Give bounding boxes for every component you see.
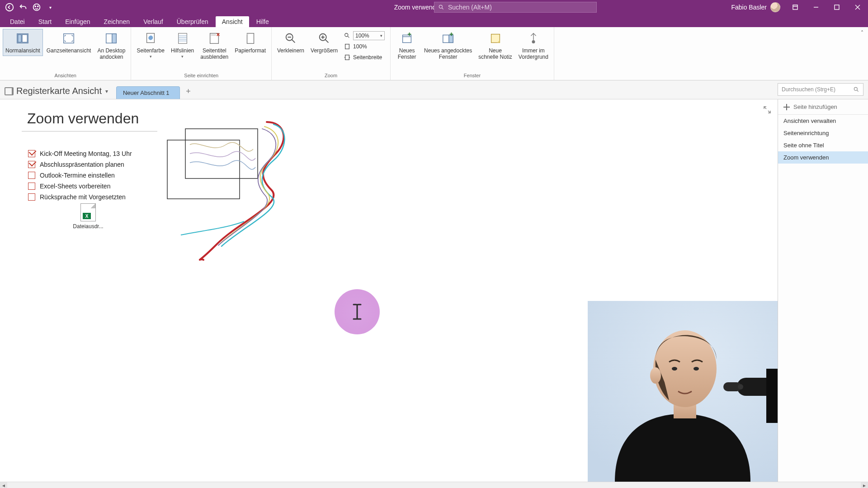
hilfslinien-button[interactable]: Hilfslinien ▾ bbox=[168, 29, 197, 61]
tab-datei[interactable]: Datei bbox=[4, 16, 31, 27]
notebook-picker[interactable]: Registerkarte Ansicht ▾ bbox=[5, 86, 108, 99]
neues-angedocktes-fenster-button[interactable]: Neues angedocktes Fenster bbox=[421, 29, 475, 62]
list-item[interactable]: Rücksprache mit Vorgesetzten bbox=[28, 192, 132, 202]
verkleinern-button[interactable]: Verkleinern bbox=[274, 29, 307, 56]
list-item[interactable]: Excel-Sheets vorbereiten bbox=[28, 181, 132, 192]
zoom-100-button[interactable]: 100% bbox=[344, 42, 385, 52]
page-list-item[interactable]: Seiteneinrichtung bbox=[778, 127, 868, 139]
scroll-left-button[interactable]: ◄ bbox=[0, 482, 7, 488]
normal-view-icon bbox=[15, 31, 30, 46]
minimize-button[interactable] bbox=[806, 0, 826, 14]
user-account[interactable]: Fabio Basler bbox=[726, 2, 785, 12]
page-color-icon bbox=[143, 31, 158, 46]
close-button[interactable] bbox=[847, 0, 868, 14]
tab-zeichnen[interactable]: Zeichnen bbox=[98, 16, 137, 27]
page-canvas[interactable]: Zoom verwenden Kick-Off Meeting Montag, … bbox=[0, 99, 778, 482]
papierformat-button[interactable]: Papierformat bbox=[232, 29, 269, 56]
svg-point-27 bbox=[854, 87, 857, 90]
list-item[interactable]: Kick-Off Meeting Montag, 13 Uhr bbox=[28, 148, 132, 159]
undo-button[interactable] bbox=[18, 2, 28, 12]
collapse-ribbon-button[interactable]: ˄ bbox=[861, 30, 863, 36]
search-placeholder: Suchen (Alt+M) bbox=[448, 4, 492, 11]
seitenfarbe-button[interactable]: Seitenfarbe ▾ bbox=[134, 29, 167, 61]
page-list-item[interactable]: Ansichten verwalten bbox=[778, 115, 868, 127]
page-search-box[interactable]: Durchsuchen (Strg+E) bbox=[778, 83, 863, 96]
search-icon bbox=[438, 4, 444, 10]
neues-fenster-button[interactable]: Neues Fenster bbox=[393, 29, 420, 62]
ganzseitenansicht-button[interactable]: Ganzseitenansicht bbox=[44, 29, 94, 56]
list-item[interactable]: Abschlusspräsentation planen bbox=[28, 159, 132, 170]
file-attachment[interactable]: X Dateiausdr... bbox=[68, 203, 108, 230]
notebook-name: Registerkarte Ansicht bbox=[16, 86, 102, 96]
svg-point-3 bbox=[38, 6, 38, 7]
normalansicht-button[interactable]: Normalansicht bbox=[3, 29, 43, 56]
expand-page-icon[interactable] bbox=[763, 106, 771, 114]
quick-access-toolbar: ▾ bbox=[0, 2, 60, 12]
svg-rect-30 bbox=[588, 301, 778, 482]
chevron-down-icon: ▾ bbox=[380, 33, 382, 38]
checkbox-icon[interactable] bbox=[28, 172, 35, 179]
an-desktop-andocken-button[interactable]: An Desktop andocken bbox=[94, 29, 128, 62]
checkbox-icon[interactable] bbox=[28, 150, 35, 157]
group-label-seite: Seite einrichten bbox=[184, 73, 218, 79]
checkbox-icon[interactable] bbox=[28, 161, 35, 168]
svg-rect-20 bbox=[345, 44, 349, 49]
checkbox-icon[interactable] bbox=[28, 183, 35, 190]
seitenbreite-button[interactable]: Seitenbreite bbox=[344, 52, 385, 62]
new-window-icon bbox=[399, 31, 415, 46]
title-bar: ▾ Zoom verwenden - OneNote Suchen (Alt+M… bbox=[0, 0, 868, 14]
hide-page-title-icon bbox=[207, 31, 222, 46]
horizontal-scrollbar[interactable]: ◄ ► bbox=[0, 482, 868, 488]
ribbon-display-options[interactable] bbox=[785, 0, 806, 14]
touch-mode-button[interactable] bbox=[32, 2, 42, 12]
checklist: Kick-Off Meeting Montag, 13 Uhr Abschlus… bbox=[28, 148, 132, 202]
svg-point-39 bbox=[738, 384, 743, 389]
svg-rect-22 bbox=[403, 35, 411, 43]
zoom-percent-combo[interactable]: 100% ▾ bbox=[353, 31, 385, 40]
svg-rect-9 bbox=[22, 35, 27, 42]
ribbon-group-fenster: Neues Fenster Neues angedocktes Fenster … bbox=[391, 27, 554, 80]
tab-ansicht[interactable]: Ansicht bbox=[216, 16, 249, 27]
tab-start[interactable]: Start bbox=[32, 16, 58, 27]
section-tab[interactable]: Neuer Abschnitt 1 bbox=[116, 86, 180, 99]
svg-rect-29 bbox=[185, 129, 258, 178]
svg-point-32 bbox=[653, 330, 717, 407]
tab-einfuegen[interactable]: Einfügen bbox=[59, 16, 96, 27]
svg-rect-14 bbox=[178, 33, 187, 44]
tab-hilfe[interactable]: Hilfe bbox=[250, 16, 275, 27]
maximize-button[interactable] bbox=[826, 0, 847, 14]
ribbon-tab-strip: Datei Start Einfügen Zeichnen Verlauf Üb… bbox=[0, 14, 868, 27]
seitentitel-ausblenden-button[interactable]: Seitentitel ausblenden bbox=[198, 29, 231, 62]
add-section-button[interactable]: + bbox=[183, 85, 194, 97]
svg-rect-31 bbox=[674, 391, 696, 418]
svg-point-19 bbox=[345, 33, 348, 37]
svg-rect-6 bbox=[835, 5, 839, 9]
scroll-right-button[interactable]: ► bbox=[861, 482, 868, 488]
page-search-placeholder: Durchsuchen (Strg+E) bbox=[782, 86, 835, 93]
add-page-button[interactable]: Seite hinzufügen bbox=[778, 99, 868, 115]
page-list-panel: Seite hinzufügen Ansichten verwalten Sei… bbox=[778, 99, 868, 482]
immer-im-vordergrund-button[interactable]: Immer im Vordergrund bbox=[516, 29, 551, 62]
tab-ueberpruefen[interactable]: Überprüfen bbox=[170, 16, 215, 27]
neue-schnelle-notiz-button[interactable]: Neue schnelle Notiz bbox=[476, 29, 515, 62]
tab-verlauf[interactable]: Verlauf bbox=[137, 16, 170, 27]
group-label-fenster: Fenster bbox=[464, 73, 481, 79]
notebook-header: Registerkarte Ansicht ▾ Neuer Abschnitt … bbox=[0, 80, 868, 99]
svg-rect-8 bbox=[18, 35, 22, 42]
back-button[interactable] bbox=[5, 2, 14, 12]
avatar bbox=[770, 2, 780, 12]
svg-point-35 bbox=[693, 367, 699, 371]
titlebar-right: Fabio Basler bbox=[726, 0, 868, 14]
svg-rect-36 bbox=[737, 378, 778, 396]
checkbox-icon[interactable] bbox=[28, 193, 35, 201]
vergroessern-button[interactable]: Vergrößern bbox=[308, 29, 340, 56]
search-box[interactable]: Suchen (Alt+M) bbox=[434, 2, 597, 13]
page-title[interactable]: Zoom verwenden bbox=[27, 110, 139, 129]
qat-customize-button[interactable]: ▾ bbox=[45, 2, 55, 12]
list-item[interactable]: Outlook-Termine einstellen bbox=[28, 170, 132, 181]
page-list-item[interactable]: Zoom verwenden bbox=[778, 151, 868, 164]
svg-point-34 bbox=[672, 367, 677, 371]
text-cursor-icon bbox=[351, 303, 363, 321]
page-icon bbox=[344, 43, 350, 50]
page-list-item[interactable]: Seite ohne Titel bbox=[778, 139, 868, 151]
